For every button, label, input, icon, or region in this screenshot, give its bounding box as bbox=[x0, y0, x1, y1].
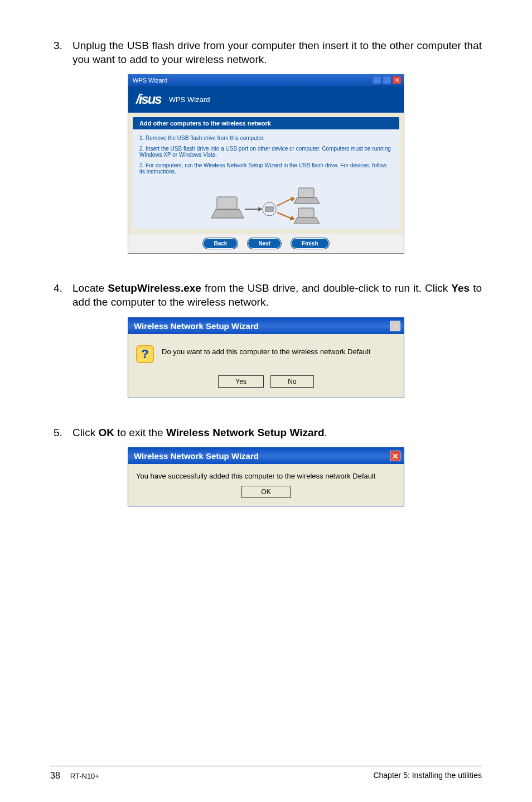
step5-number: 5. bbox=[50, 426, 72, 440]
svg-line-6 bbox=[277, 199, 291, 206]
svg-rect-1 bbox=[217, 197, 237, 209]
back-button[interactable]: Back bbox=[203, 238, 238, 249]
no-button[interactable]: No bbox=[270, 375, 313, 388]
app-title: WPS Wizard bbox=[169, 95, 210, 104]
confirm-dialog: Wireless Network Setup Wizard ✕ ? Do you… bbox=[128, 317, 404, 398]
svg-marker-0 bbox=[211, 209, 244, 218]
success-dialog: Wireless Network Setup Wizard ✕ You have… bbox=[128, 447, 404, 506]
close-icon: ✕ bbox=[390, 321, 400, 331]
window-titlebar: WPS Wizard − ▢ ✕ bbox=[128, 74, 404, 86]
svg-marker-10 bbox=[294, 197, 320, 204]
wps-wizard-screenshot: WPS Wizard − ▢ ✕ /isus WPS Wizard Add ot… bbox=[128, 74, 404, 254]
button-bar: Back Next Finish bbox=[128, 234, 404, 253]
chapter-label: Chapter 5: Installing the utilities bbox=[373, 771, 482, 781]
step3-text: Unplug the USB flash drive from your com… bbox=[72, 39, 482, 66]
svg-line-8 bbox=[277, 212, 291, 218]
dialog-title: Wireless Network Setup Wizard bbox=[134, 451, 259, 461]
question-icon: ? bbox=[136, 345, 154, 363]
panel-body: 1. Remove the USB flash drive from this … bbox=[133, 129, 399, 229]
instruction-2: 2. Insert the USB flash drive into a USB… bbox=[139, 146, 393, 158]
svg-rect-11 bbox=[298, 188, 314, 197]
step4-number: 4. bbox=[50, 282, 72, 309]
window-title: WPS Wizard bbox=[133, 77, 167, 84]
svg-marker-7 bbox=[291, 197, 295, 202]
close-icon[interactable]: ✕ bbox=[392, 76, 402, 84]
asus-logo: /isus bbox=[136, 91, 161, 107]
maximize-icon: ▢ bbox=[382, 76, 391, 84]
next-button[interactable]: Next bbox=[248, 238, 281, 249]
ok-button[interactable]: OK bbox=[241, 486, 290, 498]
close-icon[interactable]: ✕ bbox=[390, 451, 400, 461]
page-footer: 38 RT-N10+ Chapter 5: Installing the uti… bbox=[50, 766, 482, 781]
svg-rect-5 bbox=[265, 207, 273, 211]
svg-marker-3 bbox=[258, 207, 263, 211]
instruction-1: 1. Remove the USB flash drive from this … bbox=[139, 135, 393, 141]
model-name: RT-N10+ bbox=[70, 772, 99, 780]
step4-text: Locate SetupWireless.exe from the USB dr… bbox=[72, 282, 482, 309]
svg-marker-12 bbox=[294, 218, 320, 224]
svg-rect-13 bbox=[298, 208, 314, 218]
dialog-message: You have successfully added this compute… bbox=[136, 472, 396, 480]
step5-text: Click OK to exit the Wireless Network Se… bbox=[72, 426, 482, 440]
dialog-title: Wireless Network Setup Wizard bbox=[134, 321, 259, 331]
panel-heading: Add other computers to the wireless netw… bbox=[133, 117, 399, 129]
instruction-3: 3. For computers, run the Wireless Netwo… bbox=[139, 162, 393, 175]
step3-number: 3. bbox=[50, 39, 72, 66]
yes-button[interactable]: Yes bbox=[218, 375, 264, 388]
finish-button[interactable]: Finish bbox=[291, 238, 328, 249]
page-number: 38 bbox=[50, 771, 60, 781]
usb-diagram-icon bbox=[210, 187, 322, 224]
minimize-icon[interactable]: − bbox=[372, 76, 381, 84]
dialog-message: Do you want to add this computer to the … bbox=[162, 345, 396, 356]
